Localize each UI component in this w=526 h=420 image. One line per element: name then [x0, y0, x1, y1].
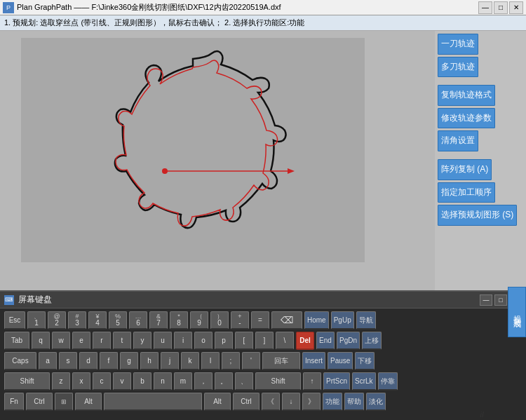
key-h-6[interactable]: h	[140, 352, 159, 370]
canvas-area[interactable]	[0, 31, 435, 294]
key-f-4[interactable]: f	[100, 352, 118, 370]
key-Alt-3[interactable]: Alt	[75, 393, 102, 411]
key-上移-17[interactable]: 上移	[362, 332, 382, 350]
key-j-7[interactable]: j	[161, 352, 179, 370]
kb-minimize[interactable]: —	[480, 294, 492, 306]
key-（
9-9[interactable]: （9	[190, 311, 208, 330]
key-v-4[interactable]: v	[113, 372, 131, 391]
key-Ctrl-6[interactable]: Ctrl	[233, 393, 259, 411]
key-↑-12[interactable]: ↑	[303, 372, 321, 391]
maximize-button[interactable]: □	[494, 1, 508, 14]
key-ScrLk-14[interactable]: ScrLk	[352, 372, 376, 391]
key-停靠-15[interactable]: 停靠	[378, 372, 398, 391]
key-PgDn-16[interactable]: PgDn	[337, 332, 360, 350]
right-btn-4[interactable]: 清角设置	[438, 130, 478, 151]
key-]-12[interactable]: ]	[255, 332, 274, 350]
key-…
6-6[interactable]: …6	[129, 311, 147, 330]
key-o-9[interactable]: o	[194, 332, 213, 350]
kb-maximize[interactable]: □	[494, 294, 507, 306]
close-button[interactable]: ✕	[509, 1, 523, 14]
key-w-2[interactable]: w	[52, 332, 70, 350]
key-Insert-13[interactable]: Insert	[302, 352, 325, 370]
key-下移-15[interactable]: 下移	[355, 352, 375, 370]
key-Shift-11[interactable]: Shift	[255, 372, 301, 391]
key-i-8[interactable]: i	[174, 332, 192, 350]
key-m-7[interactable]: m	[174, 372, 192, 391]
key-&
7-7[interactable]: &7	[149, 311, 168, 330]
key-Caps-0[interactable]: Caps	[4, 352, 36, 370]
key-》-9[interactable]: 》	[302, 393, 321, 411]
key-q-1[interactable]: q	[32, 332, 50, 350]
key-帮助-11[interactable]: 帮助	[344, 393, 364, 411]
key-、
1-1[interactable]: 、1	[27, 311, 46, 330]
right-btn-1[interactable]: 多刀轨迹	[438, 57, 478, 78]
key-Tab-0[interactable]: Tab	[4, 332, 29, 350]
key-y-6[interactable]: y	[133, 332, 151, 350]
keyboard-title-bar: ⌨ 屏幕键盘 — □ ✕	[0, 292, 526, 309]
key-\-13[interactable]: \	[276, 332, 294, 350]
key-b-5[interactable]: b	[133, 372, 151, 391]
right-btn-6[interactable]: 指定加工顺序	[438, 182, 495, 203]
keyboard-icon: ⌨	[4, 295, 14, 305]
key-PgUp-15[interactable]: PgUp	[331, 311, 354, 330]
key-p-10[interactable]: p	[215, 332, 233, 350]
minimize-button[interactable]: —	[478, 1, 492, 14]
key-+
--11[interactable]: +-	[231, 311, 249, 330]
key-导航-16[interactable]: 导航	[356, 311, 376, 330]
key-a-1[interactable]: a	[39, 352, 57, 370]
key-《-7[interactable]: 《	[262, 393, 280, 411]
svg-point-2	[162, 168, 168, 174]
key-;-10[interactable]: ;	[222, 352, 240, 370]
key-Pause-14[interactable]: Pause	[328, 352, 353, 370]
key-[-11[interactable]: [	[235, 332, 253, 350]
key-Ctrl-1[interactable]: Ctrl	[26, 393, 53, 411]
right-btn-7[interactable]: 选择预规划图形 (S)	[438, 205, 517, 226]
key-@
2-2[interactable]: @2	[48, 311, 66, 330]
key-↓-8[interactable]: ↓	[282, 393, 300, 411]
key-。-9[interactable]: 。	[215, 372, 233, 391]
key-Shift-0[interactable]: Shift	[4, 372, 50, 391]
key-'-11[interactable]: '	[242, 352, 260, 370]
key-回车-12[interactable]: 回车	[262, 352, 300, 370]
key-=-12[interactable]: =	[251, 311, 269, 330]
right-panel: 一刀轨迹多刀轨迹复制轨迹格式修改轨迹参数清角设置阵列复制 (A)指定加工顺序选择…	[435, 31, 526, 294]
key-r-4[interactable]: r	[93, 332, 111, 350]
key-*
8-8[interactable]: *8	[170, 311, 188, 330]
complete-button[interactable]: 规划完成	[508, 287, 526, 337]
key-z-1[interactable]: z	[52, 372, 70, 391]
key-d-3[interactable]: d	[79, 352, 97, 370]
right-btn-5[interactable]: 阵列复制 (A)	[438, 159, 492, 180]
key-Del-14[interactable]: Del	[296, 332, 314, 350]
key-x-2[interactable]: x	[72, 372, 90, 391]
key-⊞-2[interactable]: ⊞	[55, 393, 73, 411]
key-k-8[interactable]: k	[181, 352, 199, 370]
key-Esc-0[interactable]: Esc	[4, 311, 25, 330]
key-）
0-10[interactable]: ）0	[210, 311, 229, 330]
key-Fn-0[interactable]: Fn	[4, 393, 24, 411]
key-l-9[interactable]: l	[201, 352, 220, 370]
right-btn-0[interactable]: 一刀轨迹	[438, 34, 478, 55]
key-e-3[interactable]: e	[72, 332, 90, 350]
key-，-8[interactable]: ，	[194, 372, 213, 391]
key-#
3-3[interactable]: #3	[68, 311, 86, 330]
key-淡化-12[interactable]: 淡化	[366, 393, 386, 411]
key-s-2[interactable]: s	[59, 352, 77, 370]
key-space-4[interactable]	[104, 393, 202, 411]
key-n-6[interactable]: n	[154, 372, 172, 391]
right-btn-3[interactable]: 修改轨迹参数	[438, 108, 495, 129]
key-Home-14[interactable]: Home	[304, 311, 329, 330]
key-PrtScn-13[interactable]: PrtScn	[323, 372, 350, 391]
key-Alt-5[interactable]: Alt	[204, 393, 231, 411]
key-功能-10[interactable]: 功能	[323, 393, 342, 411]
key-⌫-13[interactable]: ⌫	[271, 311, 302, 330]
key-c-3[interactable]: c	[93, 372, 111, 391]
right-btn-2[interactable]: 复制轨迹格式	[438, 85, 495, 106]
key-、-10[interactable]: 、	[235, 372, 253, 391]
kb-row-3: Capsasdfghjkl;'回车InsertPause下移	[4, 352, 522, 370]
key-%
5-5[interactable]: %5	[109, 311, 127, 330]
key-t-5[interactable]: t	[113, 332, 131, 350]
key-End-15[interactable]: End	[316, 332, 335, 350]
key-¥
4-4[interactable]: ¥4	[88, 311, 107, 330]
key-g-5[interactable]: g	[120, 352, 138, 370]
key-u-7[interactable]: u	[154, 332, 172, 350]
